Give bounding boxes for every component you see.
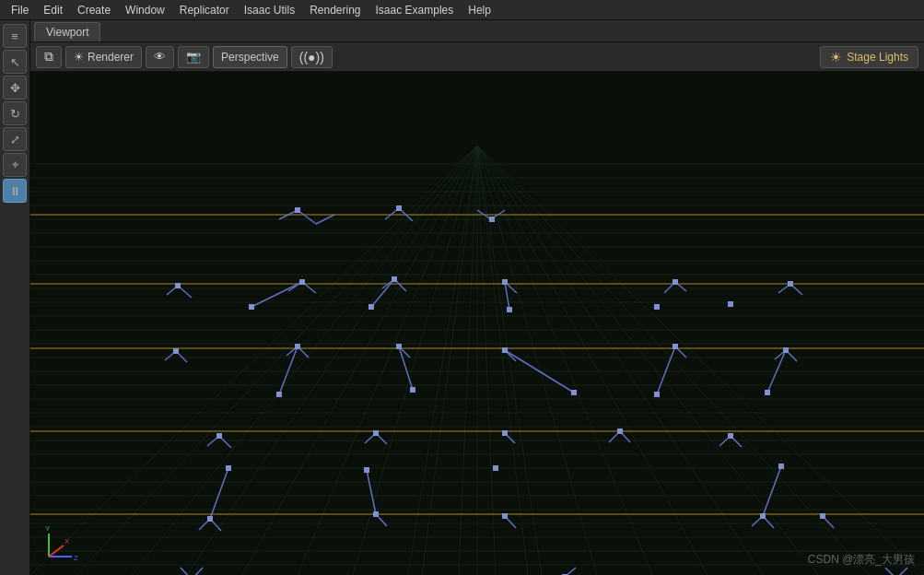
settings-tool-button[interactable]: ≡ [3, 24, 27, 48]
svg-rect-129 [507, 307, 512, 312]
menu-replicator[interactable]: Replicator [172, 2, 237, 18]
svg-rect-152 [207, 516, 213, 522]
viewport-canvas[interactable]: Z Y X CSDN @漂亮_大男孩 [30, 72, 924, 575]
svg-rect-123 [392, 276, 397, 282]
svg-rect-132 [173, 348, 179, 354]
move-tool-button[interactable]: ✥ [3, 76, 27, 100]
eye-button[interactable]: 👁 [146, 46, 174, 68]
svg-rect-124 [502, 279, 508, 285]
menu-edit[interactable]: Edit [36, 2, 70, 18]
svg-rect-149 [364, 467, 369, 473]
scale-tool-button[interactable]: ⤢ [3, 127, 27, 151]
svg-rect-155 [760, 513, 766, 519]
select-tool-button[interactable]: ↖ [3, 50, 27, 74]
svg-rect-119 [396, 205, 402, 211]
perspective-label: Perspective [221, 51, 279, 64]
menu-help[interactable]: Help [461, 2, 498, 18]
svg-rect-148 [226, 465, 231, 471]
svg-rect-151 [778, 464, 784, 469]
svg-rect-139 [410, 387, 415, 393]
radio-button[interactable]: ((●)) [291, 46, 333, 68]
eye-icon: 👁 [154, 50, 166, 64]
stage-lights-label: Stage Lights [847, 51, 908, 64]
svg-rect-127 [249, 304, 254, 310]
svg-rect-131 [728, 301, 733, 307]
axis-indicator: Z Y X [40, 520, 86, 566]
svg-line-162 [49, 546, 64, 557]
watermark: CSDN @漂亮_大男孩 [808, 552, 915, 568]
move-icon: ✥ [10, 81, 20, 95]
renderer-label: Renderer [88, 51, 134, 64]
svg-rect-134 [396, 344, 402, 349]
watermark-text: CSDN @漂亮_大男孩 [808, 553, 915, 566]
viewport-tab[interactable]: Viewport [34, 22, 100, 41]
svg-rect-135 [502, 347, 508, 353]
svg-rect-147 [728, 433, 733, 439]
svg-rect-125 [673, 279, 678, 285]
svg-rect-130 [654, 304, 660, 310]
svg-rect-143 [216, 433, 222, 439]
svg-text:X: X [64, 537, 70, 546]
svg-rect-118 [295, 207, 300, 213]
renderer-button[interactable]: ☀ Renderer [65, 46, 142, 68]
pause-tool-button[interactable]: ⏸ [3, 179, 27, 203]
arrow-icon: ↖ [10, 55, 20, 69]
rotate-tool-button[interactable]: ↻ [3, 101, 27, 125]
left-toolbar: ≡ ↖ ✥ ↻ ⤢ ⌖ ⏸ [0, 20, 30, 575]
svg-rect-133 [295, 344, 300, 349]
camera-icon: 📷 [186, 50, 201, 64]
sun-icon: ☀ [74, 51, 84, 64]
radio-icon: ((●)) [299, 50, 324, 65]
svg-rect-137 [783, 347, 789, 353]
svg-rect-142 [765, 390, 770, 395]
camera-button[interactable]: 📷 [178, 46, 209, 68]
menu-file[interactable]: File [4, 2, 36, 18]
viewport-container: Viewport ⧉ ☀ Renderer 👁 📷 Perspective ((… [30, 20, 924, 575]
stage-lights-button[interactable]: ☀ Stage Lights [820, 46, 918, 68]
settings-icon: ≡ [11, 29, 18, 43]
sun-yellow-icon: ☀ [830, 50, 842, 65]
svg-rect-126 [788, 281, 793, 287]
menu-isaac-examples[interactable]: Isaac Examples [368, 2, 462, 18]
svg-rect-156 [820, 513, 825, 519]
sliders-icon: ⧉ [44, 49, 53, 65]
scale-icon: ⤢ [10, 133, 20, 147]
menubar: File Edit Create Window Replicator Isaac… [0, 0, 924, 20]
menu-isaac-utils[interactable]: Isaac Utils [237, 2, 302, 18]
svg-rect-122 [299, 279, 305, 285]
menu-rendering[interactable]: Rendering [302, 2, 368, 18]
viewport-settings-button[interactable]: ⧉ [36, 46, 62, 68]
svg-text:Y: Y [45, 524, 51, 533]
viewport-tab-bar: Viewport [30, 20, 924, 42]
svg-rect-145 [502, 430, 508, 436]
svg-rect-120 [489, 217, 495, 222]
svg-rect-141 [654, 392, 660, 397]
snap-icon: ⌖ [12, 158, 18, 172]
perspective-button[interactable]: Perspective [213, 46, 287, 68]
svg-rect-146 [617, 428, 623, 434]
grid-svg [30, 72, 924, 575]
svg-rect-154 [502, 513, 508, 519]
svg-rect-136 [673, 344, 678, 349]
svg-rect-150 [493, 465, 498, 471]
svg-rect-128 [368, 304, 374, 310]
viewport-toolbar: ⧉ ☀ Renderer 👁 📷 Perspective ((●)) ☀ Sta… [30, 42, 924, 72]
svg-rect-153 [373, 511, 379, 517]
rotate-icon: ↻ [10, 107, 20, 121]
svg-rect-121 [175, 283, 181, 288]
snap-tool-button[interactable]: ⌖ [3, 153, 27, 177]
menu-create[interactable]: Create [70, 2, 118, 18]
menu-window[interactable]: Window [118, 2, 172, 18]
svg-rect-138 [276, 392, 282, 397]
svg-rect-144 [373, 430, 379, 436]
svg-rect-140 [571, 390, 577, 395]
pause-icon: ⏸ [9, 184, 21, 198]
svg-text:Z: Z [74, 554, 78, 562]
